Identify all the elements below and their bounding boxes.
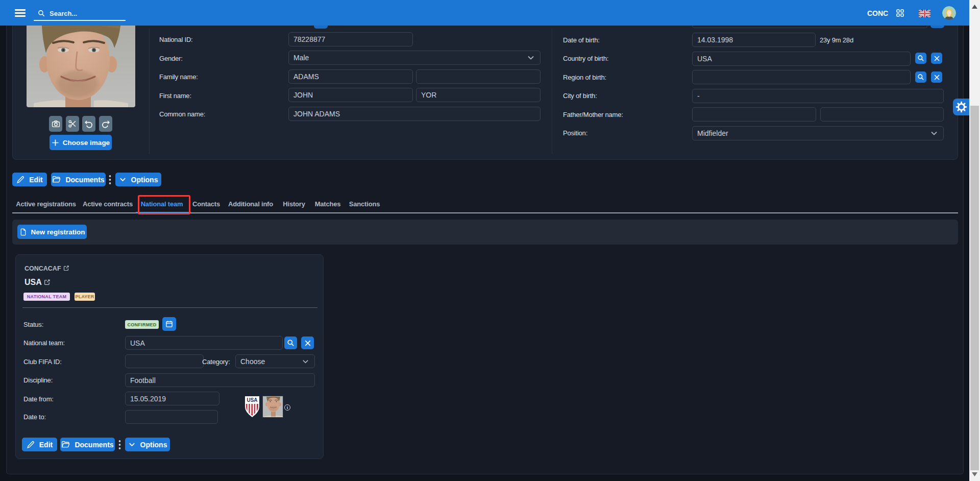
svg-text:USA: USA (247, 397, 257, 403)
